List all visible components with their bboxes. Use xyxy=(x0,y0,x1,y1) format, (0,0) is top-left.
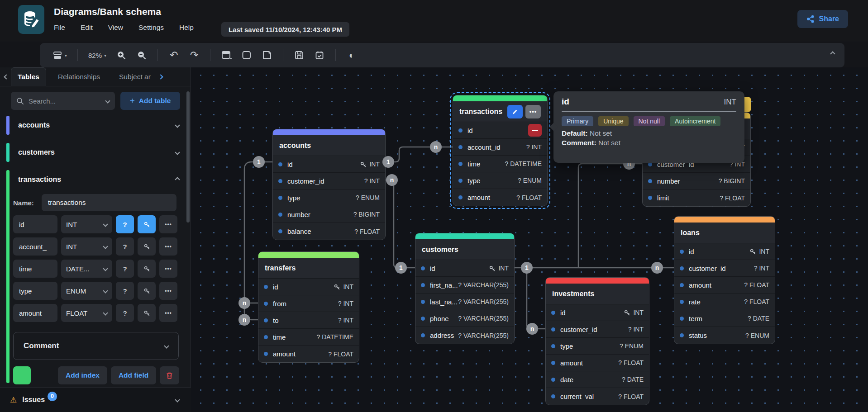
field-name-input[interactable]: id xyxy=(13,215,57,233)
field-type-select[interactable]: FLOAT xyxy=(61,304,112,322)
field-type-select[interactable]: DATE... xyxy=(61,260,112,278)
layout-button[interactable]: ▾ xyxy=(50,47,70,63)
table-field-first_na...[interactable]: first_na...? VARCHAR(255) xyxy=(415,277,514,294)
field-nullable-toggle[interactable]: ? xyxy=(116,237,134,256)
field-more-button[interactable]: ••• xyxy=(159,282,177,300)
table-field-id[interactable]: idINT xyxy=(674,243,775,260)
field-more-button[interactable]: ••• xyxy=(159,304,177,322)
table-title-row[interactable]: loans xyxy=(674,223,775,243)
table-field-last_na...[interactable]: last_na...? VARCHAR(255) xyxy=(415,294,514,310)
share-button[interactable]: Share xyxy=(797,10,848,28)
table-title-row[interactable]: investments xyxy=(546,284,649,304)
delete-field-button[interactable] xyxy=(528,124,542,137)
table-field-account_id[interactable]: account_id? INT xyxy=(453,139,547,156)
table-field-customer_id[interactable]: customer_id? INT xyxy=(273,173,385,189)
field-more-button[interactable]: ••• xyxy=(159,237,177,256)
field-type-select[interactable]: INT xyxy=(61,237,112,256)
field-type-select[interactable]: ENUM xyxy=(61,282,112,300)
table-field-to[interactable]: to? INT xyxy=(258,312,359,329)
field-type-select[interactable]: INT xyxy=(61,215,112,233)
app-logo[interactable] xyxy=(18,5,44,34)
table-field-number[interactable]: number? BIGINT xyxy=(273,206,385,223)
field-primary-key-toggle[interactable] xyxy=(138,260,156,278)
table-field-id[interactable]: id xyxy=(453,122,547,139)
field-primary-key-toggle[interactable] xyxy=(138,304,156,322)
table-field-amount[interactable]: amount? FLOAT xyxy=(258,346,359,362)
tab-subject-areas[interactable]: Subject ar xyxy=(113,67,152,86)
table-color-swatch[interactable] xyxy=(13,366,31,384)
table-field-time[interactable]: time? DATETIME xyxy=(258,329,359,346)
add-index-button[interactable]: Add index xyxy=(58,366,107,384)
table-title-row[interactable]: customers xyxy=(415,239,514,260)
field-name-input[interactable]: amount xyxy=(13,304,57,322)
field-nullable-toggle[interactable]: ? xyxy=(116,304,134,322)
field-primary-key-toggle[interactable] xyxy=(138,282,156,300)
table-field-term[interactable]: term? DATE xyxy=(674,310,775,327)
table-field-amount[interactable]: amount? FLOAT xyxy=(546,355,649,371)
search-input[interactable]: Search... xyxy=(11,92,115,110)
redo-button[interactable]: ↷ xyxy=(186,47,202,63)
todo-button[interactable] xyxy=(311,47,328,63)
tabs-scroll-right-icon[interactable] xyxy=(158,74,163,79)
table-name-input[interactable]: transactions xyxy=(42,194,176,211)
diagram-table-customers[interactable]: customers idINT first_na...? VARCHAR(255… xyxy=(415,233,515,344)
table-field-time[interactable]: time? DATETIME xyxy=(453,156,547,172)
table-field-number[interactable]: number? BIGINT xyxy=(643,173,750,189)
table-field-id[interactable]: idINT xyxy=(415,260,514,277)
accordion-header-customers[interactable]: customers xyxy=(0,142,191,163)
add-area-button[interactable] xyxy=(238,47,255,63)
chevron-down-icon[interactable] xyxy=(175,397,180,402)
table-field-amount[interactable]: amount? FLOAT xyxy=(453,189,547,206)
table-title-row[interactable]: transactions ••• xyxy=(453,101,547,122)
zoom-level-dropdown[interactable]: 82% ▾ xyxy=(86,47,109,63)
zoom-in-button[interactable] xyxy=(113,47,129,63)
menu-settings[interactable]: Settings xyxy=(138,24,164,32)
menu-view[interactable]: View xyxy=(108,24,123,32)
chevron-down-icon[interactable] xyxy=(105,98,110,103)
table-field-phone[interactable]: phone? VARCHAR(255) xyxy=(415,310,514,327)
field-name-input[interactable]: type xyxy=(13,282,57,300)
diagram-table-transfers[interactable]: transfers idINT from? INT to? INT time? … xyxy=(258,251,359,363)
collapse-toolbar-button[interactable] xyxy=(831,49,835,57)
field-name-input[interactable]: time xyxy=(13,260,57,278)
edit-table-button[interactable] xyxy=(507,105,523,118)
table-field-customer_id[interactable]: customer_id? INT xyxy=(546,321,649,338)
comment-section[interactable]: Comment xyxy=(13,332,179,360)
table-field-status[interactable]: status? ENUM xyxy=(674,327,775,344)
table-field-type[interactable]: type? ENUM xyxy=(273,189,385,206)
table-title-row[interactable]: accounts xyxy=(273,135,385,156)
table-field-balance[interactable]: balance? FLOAT xyxy=(273,223,385,240)
field-more-button[interactable]: ••• xyxy=(159,260,177,278)
menu-help[interactable]: Help xyxy=(179,24,194,32)
table-field-limit[interactable]: limit? FLOAT xyxy=(643,189,750,206)
tab-tables[interactable]: Tables xyxy=(11,67,46,86)
table-field-current_val[interactable]: current_val? FLOAT xyxy=(546,388,649,405)
field-nullable-toggle[interactable]: ? xyxy=(116,215,134,233)
delete-table-button[interactable] xyxy=(160,366,179,384)
field-more-button[interactable]: ••• xyxy=(159,215,177,233)
field-primary-key-toggle[interactable] xyxy=(138,237,156,256)
menu-edit[interactable]: Edit xyxy=(81,24,93,32)
diagram-table-loans[interactable]: loans idINT customer_id? INT amount? FLO… xyxy=(674,216,775,344)
table-more-button[interactable]: ••• xyxy=(525,105,541,118)
table-field-amount[interactable]: amount? FLOAT xyxy=(674,277,775,294)
tab-relationships[interactable]: Relationships xyxy=(52,67,106,86)
diagram-table-transactions[interactable]: transactions ••• id account_id? INT time… xyxy=(453,95,548,206)
table-field-customer_id[interactable]: customer_id? INT xyxy=(674,260,775,277)
save-button[interactable] xyxy=(291,47,307,63)
issues-bar[interactable]: ⚠ Issues 0 xyxy=(0,387,191,412)
field-nullable-toggle[interactable]: ? xyxy=(116,260,134,278)
theme-toggle-button[interactable]: ◐ xyxy=(343,47,360,63)
field-nullable-toggle[interactable]: ? xyxy=(116,282,134,300)
diagram-table-accounts[interactable]: accounts idINT customer_id? INT type? EN… xyxy=(272,129,386,240)
zoom-out-button[interactable] xyxy=(134,47,150,63)
undo-button[interactable]: ↶ xyxy=(166,47,182,63)
table-field-rate[interactable]: rate? FLOAT xyxy=(674,294,775,310)
add-field-button[interactable]: Add field xyxy=(111,366,156,384)
table-title-row[interactable]: transfers xyxy=(258,258,359,279)
table-field-date[interactable]: date? DATE xyxy=(546,371,649,388)
add-table-tool-button[interactable] xyxy=(218,47,234,63)
table-field-address[interactable]: address? VARCHAR(255) xyxy=(415,327,514,344)
table-field-id[interactable]: idINT xyxy=(258,279,359,295)
menu-file[interactable]: File xyxy=(54,24,65,32)
